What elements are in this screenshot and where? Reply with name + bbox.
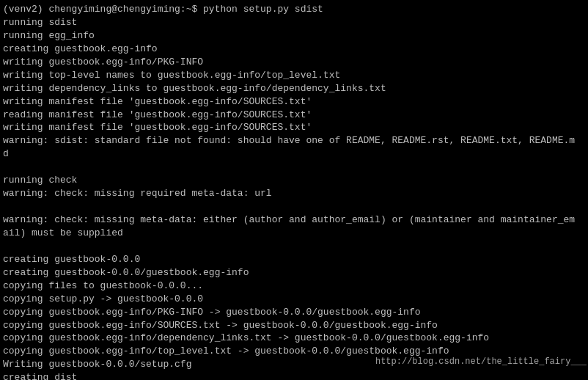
terminal-line: warning: check: missing required meta-da… — [3, 187, 585, 200]
terminal-line — [3, 240, 585, 253]
terminal-line: copying setup.py -> guestbook-0.0.0 — [3, 293, 585, 306]
terminal-line: writing manifest file 'guestbook.egg-inf… — [3, 95, 585, 109]
terminal-line: writing guestbook.egg-info/PKG-INFO — [3, 56, 585, 69]
terminal-line: writing manifest file 'guestbook.egg-inf… — [3, 121, 585, 134]
terminal-line: creating dist — [3, 371, 585, 380]
terminal-line: ail) must be supplied — [3, 227, 585, 240]
terminal-line — [3, 200, 585, 213]
watermark: http://blog.csdn.net/the_little_fairy___ — [375, 357, 587, 367]
terminal-line: running check — [3, 174, 585, 187]
terminal-line: (venv2) chengyiming@chengyiming:~$ pytho… — [3, 3, 585, 16]
terminal-line: creating guestbook.egg-info — [3, 43, 585, 56]
terminal-line: copying guestbook.egg-info/PKG-INFO -> g… — [3, 306, 585, 319]
terminal-line: running sdist — [3, 16, 585, 29]
terminal-line: creating guestbook-0.0.0/guestbook.egg-i… — [3, 266, 585, 279]
terminal-line: copying guestbook.egg-info/dependency_li… — [3, 332, 585, 345]
terminal-window: (venv2) chengyiming@chengyiming:~$ pytho… — [0, 0, 588, 380]
terminal-line: d — [3, 147, 585, 161]
terminal-line: writing dependency_links to guestbook.eg… — [3, 82, 585, 95]
terminal-line: creating guestbook-0.0.0 — [3, 253, 585, 266]
terminal-line: warning: check: missing meta-data: eithe… — [3, 213, 585, 227]
terminal-line: copying guestbook.egg-info/SOURCES.txt -… — [3, 319, 585, 332]
terminal-line: reading manifest file 'guestbook.egg-inf… — [3, 109, 585, 122]
terminal-line: copying files to guestbook-0.0.0... — [3, 279, 585, 293]
terminal-line: running egg_info — [3, 29, 585, 43]
terminal-line: warning: sdist: standard file not found:… — [3, 134, 585, 147]
terminal-line: writing top-level names to guestbook.egg… — [3, 69, 585, 82]
terminal-line — [3, 161, 585, 174]
